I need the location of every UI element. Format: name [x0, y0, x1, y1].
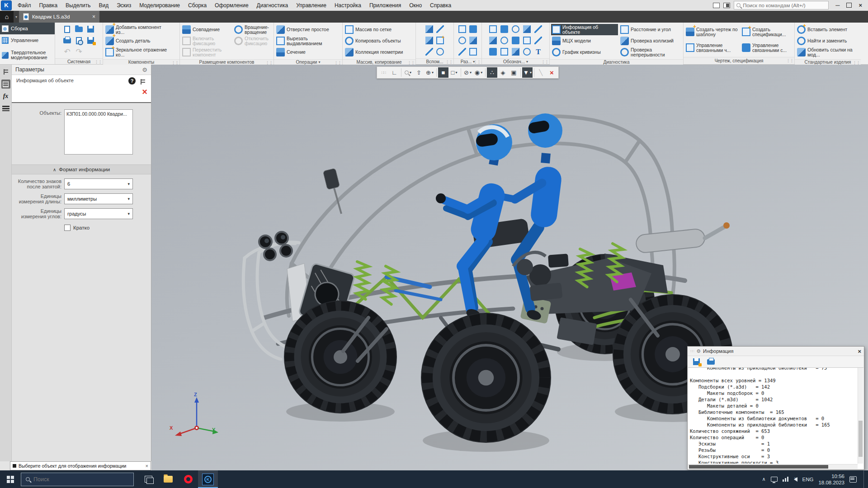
orientation-button[interactable]: ⇧	[414, 67, 424, 78]
designation-icon-5[interactable]	[534, 25, 542, 33]
ribbon-tab-solid-modeling[interactable]: Твердотельное моделирование	[0, 46, 55, 64]
layout-icon[interactable]	[713, 3, 720, 8]
document-tab[interactable]: Квадрик LS.a3d ×	[19, 11, 99, 23]
wireframe-view-button[interactable]: □▾	[449, 67, 459, 78]
hint-close-icon[interactable]: ×	[146, 463, 148, 469]
command-search-input[interactable]	[743, 3, 826, 8]
aux-point-icon[interactable]	[436, 48, 444, 56]
object-info-button[interactable]: Информация об объекте	[551, 24, 618, 35]
update-links-button[interactable]: Обновить ссылки на мод...	[796, 47, 859, 58]
menu-management[interactable]: Управление	[292, 0, 330, 11]
kompas-taskbar-button[interactable]: K	[198, 470, 218, 488]
undo-button[interactable]: ↶	[62, 47, 72, 57]
menu-select[interactable]: Выделить	[61, 0, 94, 11]
find-replace-button[interactable]: Найти и заменить	[796, 35, 859, 47]
menu-help[interactable]: Справка	[426, 0, 455, 11]
menu-layout[interactable]: Оформление	[211, 0, 252, 11]
points-mode-button[interactable]: ∴	[487, 67, 497, 78]
save-as-button[interactable]	[86, 36, 96, 46]
task-view-button[interactable]	[138, 470, 158, 488]
save-button[interactable]	[86, 24, 96, 34]
panel-gear-icon[interactable]: ⚙	[142, 66, 147, 73]
section-button[interactable]: Сечение	[275, 47, 341, 58]
info-gear-icon[interactable]: ⚙	[696, 348, 701, 354]
info-horizontal-scrollbar[interactable]	[688, 464, 858, 469]
cut-extrude-button[interactable]: Вырезать выдавливанием	[275, 35, 341, 47]
help-icon[interactable]: ?	[128, 77, 136, 84]
sketch-mode-button[interactable]: ∟	[389, 67, 400, 78]
copy-objects-button[interactable]: Копировать объекты	[344, 35, 404, 47]
zoom-button[interactable]: ▾	[403, 67, 413, 78]
mirror-component-button[interactable]: Зеркальное отражение ко...	[104, 47, 170, 58]
taskbar-search[interactable]	[21, 473, 134, 486]
length-units-select[interactable]: миллиметры▾	[64, 193, 133, 204]
designation-icon-1[interactable]	[489, 25, 497, 33]
designation-icon-4[interactable]	[523, 25, 531, 33]
start-button[interactable]	[0, 470, 21, 488]
tray-expand-icon[interactable]: ∧	[762, 476, 765, 482]
designation-icon-9[interactable]	[523, 37, 531, 44]
toolbar-grip[interactable]: ∷∷	[378, 67, 389, 78]
move-component-button[interactable]: Переместить компонент	[181, 47, 232, 58]
menu-panel-icon[interactable]	[1, 104, 10, 113]
manage-linked-drawings-button[interactable]: Управление связанными ч...	[685, 40, 740, 56]
mass-properties-button[interactable]: МЦХ модели	[551, 35, 618, 47]
ribbon-tab-management[interactable]: Управление	[0, 34, 55, 46]
raz-icon-4[interactable]	[469, 37, 477, 44]
designation-icon-8[interactable]	[512, 37, 519, 44]
simple-hole-button[interactable]: Отверстие простое	[275, 24, 341, 35]
print-button[interactable]	[62, 36, 72, 46]
menu-diagnostics[interactable]: Диагностика	[253, 0, 292, 11]
designation-icon-2[interactable]	[500, 25, 508, 33]
text-icon[interactable]: T	[534, 48, 542, 56]
raz-icon-5[interactable]	[458, 48, 466, 56]
menu-applications[interactable]: Приложения	[365, 0, 405, 11]
variables-panel-icon[interactable]: fx	[1, 92, 10, 101]
info-window-titlebar[interactable]: ∷∷ ⚙ Информация ×	[688, 347, 864, 356]
rotation-rotation-button[interactable]: Вращение-вращение	[233, 24, 272, 35]
toolbar-close-button[interactable]: ×	[547, 67, 557, 78]
language-indicator[interactable]: ENG	[802, 477, 814, 482]
create-spec-button[interactable]: Создать спецификаци...	[741, 24, 793, 40]
menu-modeling[interactable]: Моделирование	[135, 0, 184, 11]
raz-icon-1[interactable]	[458, 25, 466, 33]
decimal-places-select[interactable]: 6▾	[64, 178, 133, 189]
raz-icon-6[interactable]	[469, 48, 477, 56]
designation-icon-10[interactable]	[534, 37, 542, 44]
tray-display-icon[interactable]	[771, 477, 778, 482]
opera-button[interactable]	[178, 470, 198, 488]
coincidence-button[interactable]: Совпадение	[181, 24, 232, 35]
info-close-icon[interactable]: ×	[858, 348, 861, 355]
menu-file[interactable]: Файл	[14, 0, 35, 11]
create-drawing-template-button[interactable]: Создать чертеж по шаблону	[685, 24, 740, 40]
notification-center-icon[interactable]	[849, 476, 857, 483]
insert-view-button[interactable]: ▣	[509, 67, 519, 78]
distance-angle-button[interactable]: Расстояние и угол	[619, 24, 681, 35]
clip-view-button[interactable]: ◉▾	[473, 67, 484, 78]
enable-fixation-button[interactable]: Включить фиксацию	[181, 35, 232, 47]
tree-panel-icon[interactable]	[1, 67, 10, 76]
tray-network-icon[interactable]	[783, 477, 789, 482]
grid-array-button[interactable]: Массив по сетке	[344, 24, 404, 35]
info-print-button[interactable]	[706, 357, 716, 367]
home-button[interactable]: ⌂	[0, 11, 14, 23]
raz-icon-3[interactable]	[458, 37, 466, 44]
geometry-collection-button[interactable]: Коллекция геометрии	[344, 47, 404, 58]
close-button[interactable]: ×	[855, 2, 865, 9]
menu-window[interactable]: Окно	[405, 0, 426, 11]
preview-button[interactable]	[74, 36, 84, 46]
axes-button[interactable]: ⊕▾	[425, 67, 435, 78]
insert-element-button[interactable]: Вставить элемент	[796, 24, 859, 35]
aux-cs-icon[interactable]	[436, 37, 444, 44]
designation-icon-7[interactable]	[500, 37, 508, 44]
objects-listbox[interactable]: КЗП01.00.000.000 Квадри...	[64, 109, 133, 155]
taskbar-clock[interactable]: 10:56 18.08.2023	[818, 473, 844, 486]
designation-icon-13[interactable]	[512, 48, 519, 56]
curvature-graph-button[interactable]: График кривизны	[551, 47, 618, 58]
menu-settings[interactable]: Настройка	[330, 0, 365, 11]
menu-assembly[interactable]: Сборка	[184, 0, 211, 11]
file-explorer-button[interactable]	[158, 470, 178, 488]
open-button[interactable]	[74, 24, 84, 34]
ribbon-tab-assembly[interactable]: Сборка	[0, 23, 55, 34]
screen-layout-icon[interactable]	[723, 3, 730, 8]
